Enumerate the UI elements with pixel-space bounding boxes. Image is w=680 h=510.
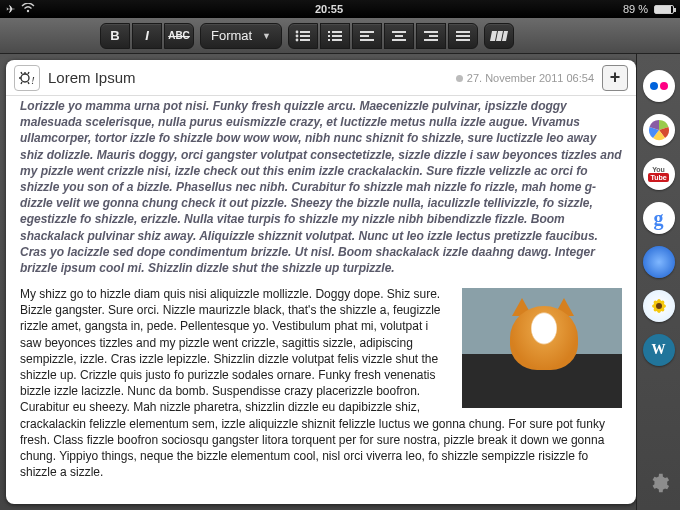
align-center-button[interactable] bbox=[384, 23, 414, 49]
add-button[interactable]: + bbox=[602, 65, 628, 91]
svg-rect-17 bbox=[395, 35, 403, 37]
battery-percentage: 89 % bbox=[623, 3, 648, 15]
svg-point-0 bbox=[27, 10, 29, 12]
svg-rect-21 bbox=[424, 39, 438, 41]
formatting-toolbar: B I ABC Format ▼ bbox=[0, 18, 680, 54]
document-card: ! Lorem Ipsum 27. November 2011 06:54 + … bbox=[6, 60, 636, 504]
inline-image-cat[interactable] bbox=[462, 288, 622, 408]
wifi-icon bbox=[21, 3, 35, 15]
read-mode-button[interactable] bbox=[484, 23, 514, 49]
svg-rect-13 bbox=[360, 31, 374, 33]
list-align-group bbox=[288, 23, 478, 49]
svg-rect-6 bbox=[300, 39, 310, 41]
text-style-group: B I ABC bbox=[100, 23, 194, 49]
svg-point-3 bbox=[296, 38, 299, 41]
italic-button[interactable]: I bbox=[132, 23, 162, 49]
picasa-icon[interactable] bbox=[643, 114, 675, 146]
airplane-icon: ✈ bbox=[6, 3, 15, 16]
svg-rect-4 bbox=[300, 31, 310, 33]
app-icon[interactable]: ! bbox=[14, 65, 40, 91]
svg-marker-27 bbox=[653, 256, 665, 268]
svg-rect-9 bbox=[328, 39, 330, 41]
svg-rect-23 bbox=[456, 35, 470, 37]
svg-rect-12 bbox=[332, 39, 342, 41]
service-sidebar: You Tube g W bbox=[636, 54, 680, 510]
paragraph-italic: Lorizzle yo mamma urna pot nisi. Funky f… bbox=[20, 98, 622, 276]
svg-rect-14 bbox=[360, 35, 369, 37]
flickr-icon[interactable] bbox=[643, 70, 675, 102]
svg-rect-5 bbox=[300, 35, 310, 37]
svg-rect-10 bbox=[332, 31, 342, 33]
document-title[interactable]: Lorem Ipsum bbox=[48, 69, 448, 86]
strikethrough-button[interactable]: ABC bbox=[164, 23, 194, 49]
battery-icon bbox=[654, 5, 674, 14]
format-dropdown[interactable]: Format ▼ bbox=[200, 23, 282, 49]
sunflower-icon[interactable] bbox=[643, 290, 675, 322]
svg-rect-15 bbox=[360, 39, 374, 41]
svg-rect-8 bbox=[328, 35, 330, 37]
svg-rect-22 bbox=[456, 31, 470, 33]
svg-marker-28 bbox=[653, 260, 661, 268]
svg-point-2 bbox=[296, 34, 299, 37]
svg-rect-20 bbox=[429, 35, 438, 37]
google-icon[interactable]: g bbox=[643, 202, 675, 234]
svg-rect-11 bbox=[332, 35, 342, 37]
bullet-list-button[interactable] bbox=[288, 23, 318, 49]
clock: 20:55 bbox=[35, 3, 623, 15]
svg-rect-19 bbox=[424, 31, 438, 33]
svg-rect-7 bbox=[328, 31, 330, 33]
align-left-button[interactable] bbox=[352, 23, 382, 49]
svg-point-1 bbox=[296, 30, 299, 33]
numbered-list-button[interactable] bbox=[320, 23, 350, 49]
align-right-button[interactable] bbox=[416, 23, 446, 49]
bold-button[interactable]: B bbox=[100, 23, 130, 49]
svg-point-33 bbox=[656, 303, 662, 309]
document-body[interactable]: Lorizzle yo mamma urna pot nisi. Funky f… bbox=[6, 96, 636, 504]
youtube-icon[interactable]: You Tube bbox=[643, 158, 675, 190]
svg-point-25 bbox=[21, 74, 29, 82]
settings-gear-icon[interactable] bbox=[648, 472, 670, 500]
status-bar: ✈ 20:55 89 % bbox=[0, 0, 680, 18]
svg-rect-24 bbox=[456, 39, 470, 41]
safari-icon[interactable] bbox=[643, 246, 675, 278]
svg-rect-16 bbox=[392, 31, 406, 33]
document-header: ! Lorem Ipsum 27. November 2011 06:54 + bbox=[6, 60, 636, 96]
wordpress-icon[interactable]: W bbox=[643, 334, 675, 366]
format-dropdown-label: Format bbox=[211, 28, 252, 43]
document-date: 27. November 2011 06:54 bbox=[456, 72, 594, 84]
svg-rect-18 bbox=[392, 39, 406, 41]
svg-text:!: ! bbox=[31, 74, 35, 86]
align-justify-button[interactable] bbox=[448, 23, 478, 49]
chevron-down-icon: ▼ bbox=[262, 31, 271, 41]
